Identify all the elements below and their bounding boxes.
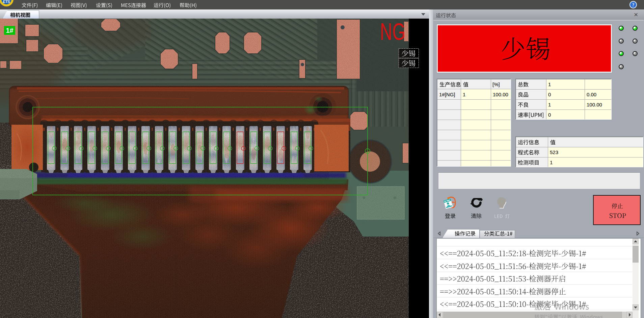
svg-text:ETS: ETS: [3, 0, 10, 4]
svg-text:?: ?: [632, 2, 635, 7]
